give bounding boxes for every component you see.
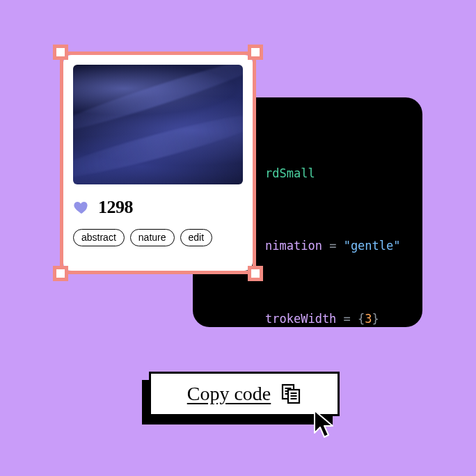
resize-handle-bottom-right[interactable] [248,266,263,281]
resize-handle-bottom-left[interactable] [53,266,68,281]
resize-handle-top-left[interactable] [53,45,68,60]
code-line: trokeWidth = {3} [265,307,422,327]
copy-icon [280,383,301,404]
copy-code-label: Copy code [187,383,271,405]
selection-frame[interactable]: 1298 abstract nature edit [53,45,263,281]
card-meta: 1298 [73,197,243,218]
tag-row: abstract nature edit [73,229,243,246]
tag-nature[interactable]: nature [130,229,175,246]
code-line: nimation = "gentle" [265,234,422,258]
image-card: 1298 abstract nature edit [63,55,253,271]
copy-code-button[interactable]: Copy code [149,372,340,416]
code-component-name: rdSmall [265,166,315,180]
resize-handle-top-right[interactable] [248,45,263,60]
tag-abstract[interactable]: abstract [73,229,125,246]
tag-edit[interactable]: edit [180,229,213,246]
like-count: 1298 [98,197,133,218]
card-image[interactable] [73,65,243,184]
heart-icon[interactable] [73,199,90,216]
